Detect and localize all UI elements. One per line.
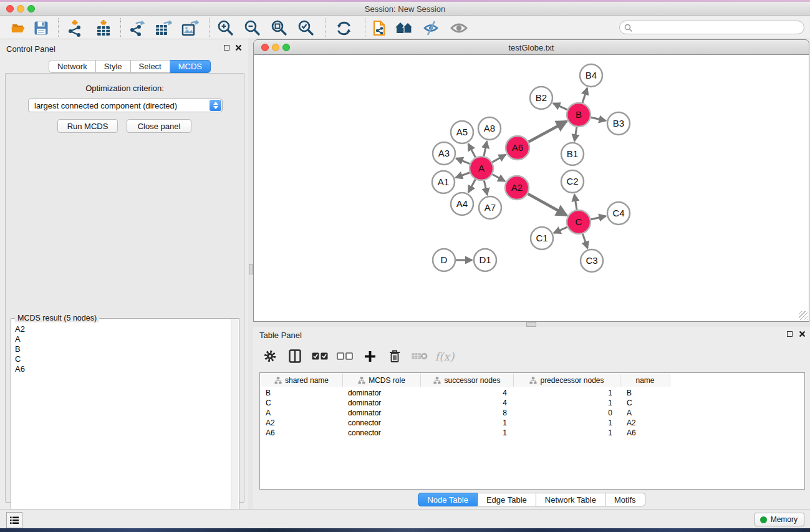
mcds-result-item[interactable]: A6	[12, 364, 231, 374]
graph-node-A[interactable]: A	[470, 157, 493, 180]
zoom-fit-icon[interactable]	[270, 19, 289, 37]
table-cell[interactable]: 8	[421, 408, 514, 418]
table-cell[interactable]: 1	[514, 418, 620, 428]
run-mcds-button[interactable]: Run MCDS	[57, 119, 118, 133]
table-cell[interactable]: connector	[343, 428, 421, 438]
table-cell[interactable]: 1	[514, 398, 620, 408]
graph-edge-A-A3[interactable]	[456, 158, 470, 164]
graph-edge-A-A2[interactable]	[493, 175, 505, 181]
table-cell[interactable]: 1	[514, 388, 620, 398]
graph-node-B[interactable]: B	[567, 103, 591, 127]
graph-edge-B-B4[interactable]	[582, 88, 587, 103]
graph-node-A6[interactable]: A6	[506, 136, 529, 160]
graph-node-A1[interactable]: A1	[432, 171, 455, 193]
table-row[interactable]: A2connector11A2	[261, 418, 670, 428]
graph-node-C2[interactable]: C2	[561, 170, 584, 193]
vertical-splitter-handle[interactable]	[249, 264, 253, 274]
mcds-result-item[interactable]: C	[12, 354, 231, 364]
column-header-name[interactable]: name	[620, 374, 670, 387]
column-header-MCDS-role[interactable]: MCDS role	[343, 374, 421, 387]
export-network-icon[interactable]	[128, 19, 147, 37]
table-cell[interactable]: 1	[514, 428, 620, 438]
graph-node-B1[interactable]: B1	[561, 143, 584, 165]
split-columns-icon[interactable]	[287, 348, 303, 364]
graph-edge-A-A6[interactable]	[492, 155, 505, 162]
close-panel-icon[interactable]	[235, 44, 242, 51]
show-panels-list-button[interactable]	[6, 512, 22, 528]
table-cell[interactable]: connector	[343, 418, 421, 428]
graph-edge-A-A7[interactable]	[484, 181, 487, 195]
float-panel-icon[interactable]	[224, 45, 229, 51]
table-row[interactable]: Adominator80A	[261, 408, 670, 418]
column-header-successor-nodes[interactable]: successor nodes	[421, 374, 514, 387]
graph-node-A7[interactable]: A7	[479, 196, 501, 219]
graph-node-B3[interactable]: B3	[607, 112, 630, 135]
tab-mcds[interactable]: MCDS	[170, 60, 211, 73]
graph-edge-C-C3[interactable]	[582, 234, 587, 248]
mcds-result-item[interactable]: A2	[12, 324, 231, 334]
table-cell[interactable]: dominator	[343, 388, 421, 398]
table-cell[interactable]: 1	[421, 418, 514, 428]
table-cell[interactable]: C	[620, 398, 670, 408]
graph-edge-A-A4[interactable]	[468, 180, 475, 193]
search-input[interactable]	[619, 21, 804, 34]
graph-edge-B-B3[interactable]	[591, 117, 606, 120]
graph-node-A4[interactable]: A4	[451, 193, 473, 215]
table-cell[interactable]: 4	[421, 398, 514, 408]
tab-style[interactable]: Style	[96, 60, 131, 73]
deselect-all-checkboxes-icon[interactable]	[337, 348, 353, 364]
graph-node-C[interactable]: C	[567, 210, 591, 234]
import-table-icon[interactable]	[94, 19, 113, 37]
add-column-icon[interactable]	[362, 348, 378, 364]
table-row[interactable]: A6connector11A6	[261, 428, 670, 438]
delete-column-icon[interactable]	[387, 348, 403, 364]
graph-edge-B-B2[interactable]	[553, 104, 567, 110]
column-header-shared-name[interactable]: shared name	[261, 374, 343, 387]
function-builder-icon[interactable]: f(x)	[436, 348, 453, 364]
table-cell[interactable]: A	[620, 408, 670, 418]
table-cell[interactable]: 4	[421, 388, 514, 398]
graph-edge-A-A8[interactable]	[484, 142, 487, 157]
graph-edge-B-B1[interactable]	[574, 127, 577, 142]
vertical-splitter[interactable]	[248, 39, 253, 509]
select-all-checkboxes-icon[interactable]	[312, 348, 328, 364]
horizontal-splitter[interactable]	[253, 322, 810, 327]
table-cell[interactable]: A	[261, 408, 343, 418]
table-row[interactable]: Bdominator41B	[261, 388, 670, 398]
tab-edge-table[interactable]: Edge Table	[478, 493, 536, 506]
memory-button[interactable]: Memory	[755, 513, 804, 526]
gear-icon[interactable]	[262, 348, 278, 364]
table-cell[interactable]: B	[261, 388, 343, 398]
window-resize-grip[interactable]	[799, 311, 808, 320]
table-cell[interactable]: A6	[620, 428, 670, 438]
graph-edge-A-A5[interactable]	[468, 144, 476, 158]
table-cell[interactable]: A6	[261, 428, 343, 438]
show-eye-icon[interactable]	[450, 19, 468, 37]
graph-edge-A2-C[interactable]	[528, 194, 566, 216]
graph-node-A3[interactable]: A3	[433, 142, 455, 165]
zoom-out-icon[interactable]	[243, 19, 262, 37]
table-cell[interactable]: C	[261, 398, 343, 408]
graph-node-A2[interactable]: A2	[505, 176, 529, 200]
mcds-result-item[interactable]: A	[12, 334, 231, 344]
graph-node-A8[interactable]: A8	[478, 117, 501, 140]
tab-node-table[interactable]: Node Table	[418, 493, 478, 506]
column-header-predecessor-nodes[interactable]: predecessor nodes	[514, 374, 620, 387]
open-recent-session-icon[interactable]	[371, 19, 390, 37]
export-image-icon[interactable]	[181, 19, 200, 37]
criterion-select[interactable]: largest connected component (directed)	[28, 99, 223, 112]
graph-edge-A6-B[interactable]	[529, 121, 567, 142]
graph-node-D[interactable]: D	[433, 249, 455, 271]
table-cell[interactable]: A2	[620, 418, 670, 428]
tab-network-table[interactable]: Network Table	[536, 493, 605, 506]
tab-motifs[interactable]: Motifs	[605, 493, 645, 506]
import-network-icon[interactable]	[66, 19, 85, 37]
network-canvas[interactable]: B4B2BB3A8A5A6A3B1AA1C2A2A4A7C4CC1C3DD1	[253, 55, 809, 322]
close-table-panel-icon[interactable]	[799, 331, 806, 337]
export-table-icon[interactable]	[154, 19, 173, 37]
graph-node-C3[interactable]: C3	[581, 249, 603, 272]
graph-node-B4[interactable]: B4	[580, 64, 602, 87]
hide-glasses-icon[interactable]	[422, 19, 440, 37]
graph-node-B2[interactable]: B2	[530, 87, 552, 109]
horizontal-splitter-handle[interactable]	[526, 322, 536, 327]
